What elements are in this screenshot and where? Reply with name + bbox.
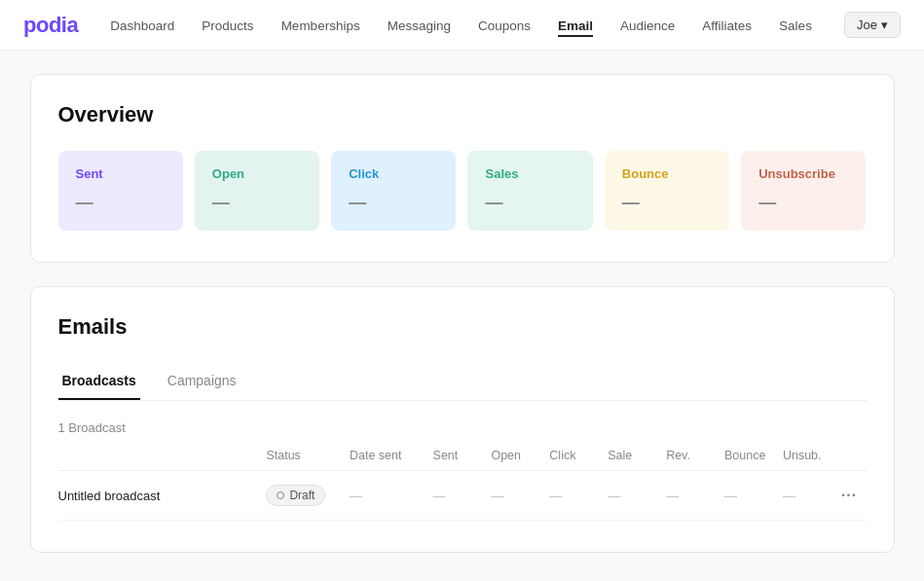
stat-sent-label: Sent [76, 166, 166, 181]
col-click: Click [549, 449, 608, 462]
more-actions-button[interactable]: ··· [841, 487, 867, 504]
stat-unsub-value: — [758, 193, 848, 213]
stat-sent-value: — [76, 193, 166, 213]
broadcast-status: Draft [266, 485, 350, 506]
tab-campaigns[interactable]: Campaigns [164, 363, 240, 400]
main-content: Overview Sent — Open — Click — Sales — B… [15, 51, 910, 581]
broadcast-sent: — [433, 489, 492, 503]
col-date: Date sent [350, 449, 433, 462]
nav-products[interactable]: Products [202, 18, 253, 33]
stat-open-value: — [212, 193, 302, 213]
nav-dashboard[interactable]: Dashboard [110, 18, 174, 33]
broadcast-click: — [549, 489, 608, 503]
col-rev: Rev. [666, 449, 724, 462]
col-open: Open [491, 449, 549, 462]
stat-open-label: Open [212, 166, 302, 181]
broadcast-unsub: — [783, 489, 841, 503]
col-unsub: Unsub. [783, 449, 841, 462]
broadcast-count: 1 Broadcast [58, 420, 867, 435]
stats-grid: Sent — Open — Click — Sales — Bounce — U… [58, 151, 867, 231]
nav-audience[interactable]: Audience [620, 18, 675, 33]
nav-messaging[interactable]: Messaging [388, 18, 451, 33]
stat-unsub: Unsubscribe — [741, 151, 866, 231]
user-menu[interactable]: Joe ▾ [844, 12, 901, 38]
chevron-down-icon: ▾ [881, 18, 888, 32]
broadcast-rev: — [666, 489, 724, 503]
col-name [58, 449, 267, 462]
col-status: Status [266, 449, 350, 462]
emails-card: Emails Broadcasts Campaigns 1 Broadcast … [30, 286, 895, 553]
stat-sales: Sales — [467, 151, 592, 231]
navbar: podia Dashboard Products Memberships Mes… [0, 0, 924, 51]
logo: podia [23, 13, 78, 38]
stat-bounce: Bounce — [605, 151, 729, 231]
status-label: Draft [289, 489, 314, 502]
broadcast-bounce: — [724, 489, 783, 503]
broadcast-name: Untitled broadcast [58, 489, 267, 503]
broadcast-date: — [350, 489, 433, 503]
overview-card: Overview Sent — Open — Click — Sales — B… [30, 74, 895, 263]
col-sale: Sale [608, 449, 666, 462]
nav-email[interactable]: Email [558, 18, 593, 37]
email-tabs: Broadcasts Campaigns [58, 363, 867, 401]
stat-sales-value: — [485, 193, 574, 213]
col-bounce: Bounce [724, 449, 783, 462]
nav-coupons[interactable]: Coupons [478, 18, 531, 33]
nav-sales[interactable]: Sales [779, 18, 812, 33]
emails-title: Emails [58, 314, 867, 340]
status-badge: Draft [266, 485, 325, 506]
stat-open: Open — [195, 151, 319, 231]
overview-title: Overview [58, 102, 867, 127]
nav-links: Dashboard Products Memberships Messaging… [110, 18, 812, 33]
stat-sent: Sent — [58, 151, 183, 231]
col-sent: Sent [433, 449, 492, 462]
broadcast-sale: — [608, 489, 666, 503]
col-actions [841, 449, 867, 462]
status-dot-icon [277, 491, 284, 499]
broadcast-open: — [491, 489, 549, 503]
nav-affiliates[interactable]: Affiliates [702, 18, 752, 33]
table-header: Status Date sent Sent Open Click Sale Re… [58, 449, 867, 471]
user-name: Joe [857, 18, 877, 32]
stat-click-label: Click [349, 166, 438, 181]
stat-unsub-label: Unsubscribe [758, 166, 848, 181]
stat-click-value: — [349, 193, 438, 213]
nav-memberships[interactable]: Memberships [281, 18, 360, 33]
stat-sales-label: Sales [485, 166, 574, 181]
stat-bounce-value: — [622, 193, 712, 213]
tab-broadcasts[interactable]: Broadcasts [58, 363, 140, 400]
stat-bounce-label: Bounce [622, 166, 712, 181]
stat-click: Click — [331, 151, 456, 231]
table-row: Untitled broadcast Draft — — — — — — — —… [58, 471, 867, 521]
